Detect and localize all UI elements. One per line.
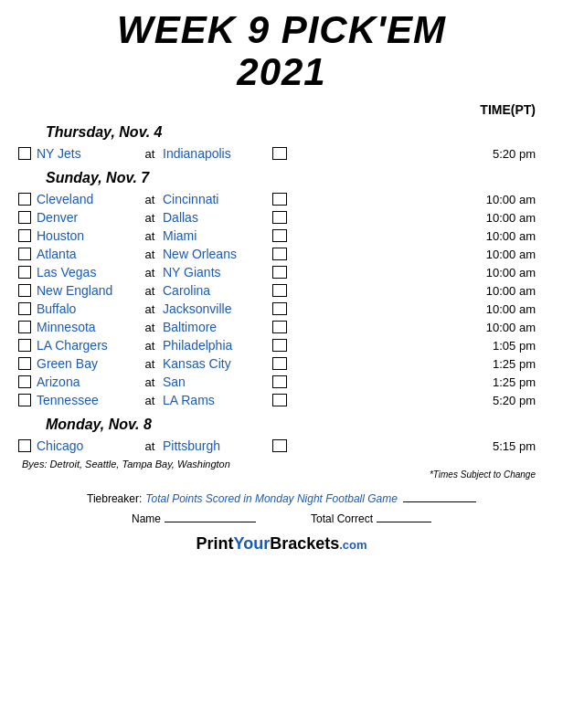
home-checkbox[interactable]	[272, 248, 287, 260]
home-team: Kansas City	[163, 356, 272, 371]
home-checkbox[interactable]	[272, 394, 287, 406]
game-row: New England at Carolina 10:00 am	[18, 281, 545, 300]
home-checkbox[interactable]	[272, 321, 287, 333]
away-team: Tennessee	[37, 393, 137, 407]
home-team: San	[163, 375, 272, 389]
at-word: at	[137, 339, 163, 353]
day-header: Thursday, Nov. 4	[46, 124, 545, 141]
at-word: at	[137, 211, 163, 225]
at-word: at	[137, 394, 163, 407]
times-note: *Times Subject to Change	[430, 470, 536, 480]
brand-print: Print	[196, 534, 233, 553]
away-checkbox[interactable]	[18, 211, 31, 224]
game-row: Arizona at San 1:25 pm	[18, 373, 545, 391]
at-word: at	[137, 375, 163, 389]
home-team: Pittsburgh	[163, 438, 272, 453]
away-checkbox[interactable]	[18, 302, 31, 315]
at-word: at	[137, 266, 163, 280]
game-row: Buffalo at Jacksonville 10:00 am	[18, 300, 545, 318]
home-team: Jacksonville	[163, 301, 272, 316]
time-header-label: TIME(PT)	[480, 102, 536, 117]
home-team: NY Giants	[163, 265, 272, 280]
game-time: 1:25 pm	[287, 375, 545, 389]
home-checkbox[interactable]	[272, 339, 287, 352]
home-checkbox[interactable]	[272, 357, 287, 370]
game-row: Cleveland at Cincinnati 10:00 am	[18, 190, 545, 208]
at-word: at	[137, 357, 163, 371]
home-checkbox[interactable]	[272, 375, 287, 388]
home-checkbox[interactable]	[272, 302, 287, 315]
home-team: Dallas	[163, 210, 272, 225]
game-time: 10:00 am	[287, 302, 545, 316]
away-checkbox[interactable]	[18, 321, 31, 333]
away-checkbox[interactable]	[18, 339, 31, 352]
away-checkbox[interactable]	[18, 284, 31, 297]
away-team: Green Bay	[37, 356, 137, 371]
away-team: Minnesota	[37, 320, 137, 334]
game-row: Houston at Miami 10:00 am	[18, 227, 545, 245]
away-checkbox[interactable]	[18, 147, 31, 160]
brand-footer: PrintYourBrackets.com	[18, 534, 545, 554]
away-team: Cleveland	[37, 192, 137, 206]
game-row: Tennessee at LA Rams 5:20 pm	[18, 391, 545, 409]
game-time: 10:00 am	[287, 321, 545, 334]
byes-text: Byes: Detroit, Seattle, Tampa Bay, Washi…	[22, 459, 230, 470]
game-row: LA Chargers at Philadelphia 1:05 pm	[18, 336, 545, 354]
game-time: 10:00 am	[287, 266, 545, 280]
home-checkbox[interactable]	[272, 193, 287, 206]
home-checkbox[interactable]	[272, 229, 287, 242]
home-checkbox[interactable]	[272, 147, 287, 160]
game-row: Atlanta at New Orleans 10:00 am	[18, 245, 545, 263]
game-time: 10:00 am	[287, 229, 545, 243]
at-word: at	[137, 321, 163, 334]
home-checkbox[interactable]	[272, 211, 287, 224]
home-checkbox[interactable]	[272, 266, 287, 279]
away-checkbox[interactable]	[18, 193, 31, 206]
home-team: Baltimore	[163, 320, 272, 334]
name-label: Name	[132, 512, 161, 525]
at-word: at	[137, 229, 163, 243]
game-time: 10:00 am	[287, 284, 545, 298]
away-checkbox[interactable]	[18, 394, 31, 406]
away-team: LA Chargers	[37, 338, 137, 353]
away-team: Atlanta	[37, 247, 137, 261]
game-time: 1:05 pm	[287, 339, 545, 353]
home-team: Cincinnati	[163, 192, 272, 206]
home-team: LA Rams	[163, 393, 272, 407]
game-time: 5:20 pm	[287, 394, 545, 407]
away-team: Houston	[37, 228, 137, 243]
game-row: NY Jets at Indianapolis 5:20 pm	[18, 144, 545, 163]
home-team: Miami	[163, 228, 272, 243]
away-checkbox[interactable]	[18, 375, 31, 388]
name-input[interactable]	[165, 522, 256, 522]
at-word: at	[137, 284, 163, 298]
at-word: at	[137, 147, 163, 161]
total-input[interactable]	[377, 522, 431, 522]
brand-your: Your	[233, 534, 270, 553]
game-time: 10:00 am	[287, 248, 545, 261]
away-team: Denver	[37, 210, 137, 225]
away-team: Chicago	[37, 438, 137, 453]
day-header: Sunday, Nov. 7	[46, 170, 545, 186]
home-checkbox[interactable]	[272, 284, 287, 297]
home-team: Carolina	[163, 283, 272, 298]
total-label: Total Correct	[311, 512, 373, 525]
home-team: New Orleans	[163, 247, 272, 261]
home-checkbox[interactable]	[272, 439, 287, 452]
brand-com: .com	[339, 538, 366, 552]
away-team: Buffalo	[37, 301, 137, 316]
at-word: at	[137, 439, 163, 453]
away-team: Las Vegas	[37, 265, 137, 280]
away-checkbox[interactable]	[18, 229, 31, 242]
game-row: Denver at Dallas 10:00 am	[18, 208, 545, 227]
away-checkbox[interactable]	[18, 266, 31, 279]
away-checkbox[interactable]	[18, 439, 31, 452]
game-time: 10:00 am	[287, 211, 545, 225]
tiebreaker-value: Total Points Scored in Monday Night Foot…	[145, 492, 398, 505]
tiebreaker-blank[interactable]	[403, 501, 476, 502]
away-checkbox[interactable]	[18, 248, 31, 260]
game-row: Chicago at Pittsburgh 5:15 pm	[18, 437, 545, 455]
away-checkbox[interactable]	[18, 357, 31, 370]
game-time: 5:20 pm	[287, 147, 545, 161]
at-word: at	[137, 193, 163, 206]
